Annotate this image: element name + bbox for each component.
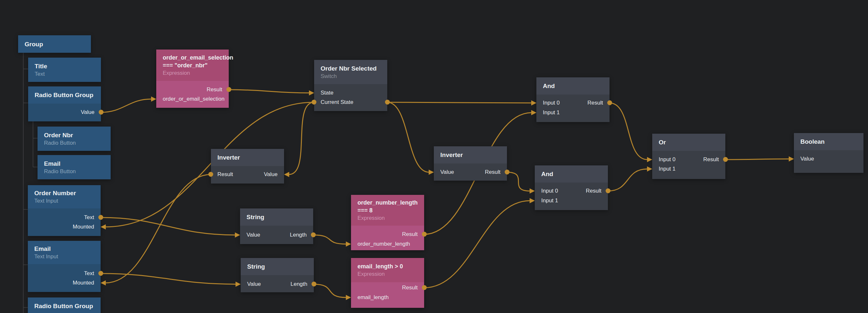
input-connector-arrow[interactable] (429, 170, 434, 175)
input-connector-arrow[interactable] (531, 110, 536, 115)
port-value[interactable]: Value (800, 155, 814, 163)
port-result[interactable]: Result (402, 284, 418, 292)
node-order-nbr-radio[interactable]: Order NbrRadio Button (37, 126, 111, 151)
port-result[interactable]: Result (402, 230, 418, 238)
input-connector-arrow[interactable] (530, 198, 535, 203)
output-connector-dot[interactable] (723, 157, 728, 162)
output-connector-dot[interactable] (422, 285, 427, 290)
node-inverter-right[interactable]: InverterValueResult (434, 146, 507, 180)
node-string-bottom[interactable]: StringValueLength (241, 258, 314, 292)
output-connector-dot[interactable] (208, 172, 213, 177)
port-order-or-email-selection[interactable]: order_or_email_selection (163, 95, 224, 103)
port-result[interactable]: Result (207, 86, 222, 93)
input-connector-arrow[interactable] (647, 166, 652, 172)
node-or[interactable]: OrInput 0Input 1Result (652, 134, 725, 179)
port-order-number-length[interactable]: order_number_length (358, 240, 410, 248)
input-connector-arrow[interactable] (101, 280, 106, 285)
node-title[interactable]: TitleText (28, 58, 101, 82)
node-email-input[interactable]: EmailText InputTextMounted (28, 241, 101, 292)
port-length[interactable]: Length (290, 231, 307, 239)
wire-or-to-boolean[interactable] (725, 159, 789, 160)
port-value[interactable]: Value (81, 108, 94, 116)
input-connector-arrow[interactable] (284, 172, 289, 177)
input-connector-arrow[interactable] (235, 232, 240, 237)
input-connector-arrow[interactable] (531, 100, 536, 106)
input-connector-arrow[interactable] (151, 96, 156, 102)
wire-string-bottom-to-email-length-expression[interactable] (314, 284, 346, 297)
wire-inverter-right-to-and-bottom[interactable] (507, 172, 530, 191)
port-mounted[interactable]: Mounted (73, 279, 94, 287)
node-graph-canvas[interactable]: GroupTitleTextRadio Button GroupValueOrd… (0, 0, 868, 313)
port-state[interactable]: State (320, 89, 334, 97)
port-value[interactable]: Value (264, 171, 278, 178)
output-connector-dot[interactable] (226, 87, 231, 92)
port-value[interactable]: Value (440, 168, 454, 176)
output-connector-dot[interactable] (98, 215, 103, 220)
node-order-number-input[interactable]: Order NumberText InputTextMounted (28, 185, 101, 236)
node-string-top[interactable]: StringValueLength (240, 208, 313, 244)
input-connector-arrow[interactable] (346, 295, 351, 300)
node-inverter-left[interactable]: InverterResultValue (211, 149, 284, 183)
port-result[interactable]: Result (586, 187, 601, 195)
output-connector-dot[interactable] (98, 271, 103, 276)
node-and-top[interactable]: AndInput 0Input 1Result (536, 77, 610, 122)
port-text[interactable]: Text (84, 269, 94, 277)
port-current-state[interactable]: Current State (320, 98, 353, 106)
wire-email-length-expression-to-and-bottom[interactable] (424, 201, 530, 288)
node-boolean[interactable]: BooleanValue (794, 133, 864, 173)
port-input-0[interactable]: Input 0 (659, 156, 676, 164)
port-result[interactable]: Result (485, 168, 500, 176)
node-selection-expression[interactable]: order_or_email_selection === "order_nbr"… (156, 50, 229, 108)
output-connector-dot[interactable] (312, 100, 316, 105)
node-email-length-expression[interactable]: email_length > 0ExpressionResultemail_le… (351, 258, 424, 308)
wire-order-nbr-selected-switch-to-inverter-left[interactable] (289, 102, 314, 174)
input-connector-arrow[interactable] (236, 282, 241, 287)
port-input-1[interactable]: Input 1 (541, 197, 558, 205)
port-result[interactable]: Result (588, 99, 603, 107)
node-email-radio[interactable]: EmailRadio Button (37, 155, 111, 179)
input-connector-arrow[interactable] (346, 241, 351, 247)
port-value[interactable]: Value (247, 280, 261, 288)
output-connector-dot[interactable] (99, 110, 103, 115)
port-input-1[interactable]: Input 1 (543, 109, 560, 116)
wire-order-nbr-selected-switch-to-and-top[interactable] (387, 102, 531, 103)
wire-selection-expression-to-order-nbr-selected-switch[interactable] (229, 90, 309, 93)
node-group[interactable]: Group (18, 35, 91, 53)
wire-and-top-to-or[interactable] (610, 103, 647, 160)
wire-inverter-left-to-email-input[interactable] (105, 174, 211, 283)
input-connector-arrow[interactable] (530, 189, 535, 194)
node-radio-button-group-2[interactable]: Radio Button Group (28, 297, 101, 313)
wire-radio-button-group-to-selection-expression[interactable] (101, 99, 151, 112)
node-and-bottom[interactable]: AndInput 0Input 1Result (535, 165, 608, 210)
input-connector-arrow[interactable] (647, 157, 652, 162)
output-connector-dot[interactable] (505, 170, 509, 174)
output-connector-dot[interactable] (312, 282, 316, 286)
output-connector-dot[interactable] (385, 100, 390, 105)
output-connector-dot[interactable] (606, 189, 611, 193)
node-title: Email (44, 160, 110, 168)
input-connector-arrow[interactable] (101, 224, 106, 229)
output-connector-dot[interactable] (311, 232, 316, 237)
port-result[interactable]: Result (703, 156, 719, 164)
input-connector-arrow[interactable] (309, 90, 314, 95)
node-order-number-length-expression[interactable]: order_number_length === 8ExpressionResul… (351, 195, 424, 250)
port-result[interactable]: Result (217, 171, 233, 178)
output-connector-dot[interactable] (422, 232, 427, 237)
port-length[interactable]: Length (290, 280, 307, 288)
wire-order-nbr-selected-switch-to-inverter-right[interactable] (387, 102, 429, 172)
node-order-nbr-selected-switch[interactable]: Order Nbr SelectedSwitchStateCurrent Sta… (314, 60, 387, 111)
port-input-0[interactable]: Input 0 (543, 99, 560, 107)
output-connector-dot[interactable] (607, 100, 612, 105)
port-input-0[interactable]: Input 0 (541, 187, 558, 195)
port-email-length[interactable]: email_length (358, 293, 389, 301)
wire-order-number-input-to-string-top[interactable] (101, 218, 235, 235)
wire-and-bottom-to-or[interactable] (608, 169, 647, 191)
port-text[interactable]: Text (84, 214, 94, 221)
wire-string-top-to-order-number-length-expression[interactable] (313, 235, 346, 244)
port-value[interactable]: Value (247, 231, 260, 239)
node-title: Group (25, 40, 90, 48)
input-connector-arrow[interactable] (789, 156, 794, 162)
port-mounted[interactable]: Mounted (73, 223, 94, 231)
node-radio-button-group[interactable]: Radio Button GroupValue (28, 86, 101, 121)
port-input-1[interactable]: Input 1 (659, 165, 676, 173)
